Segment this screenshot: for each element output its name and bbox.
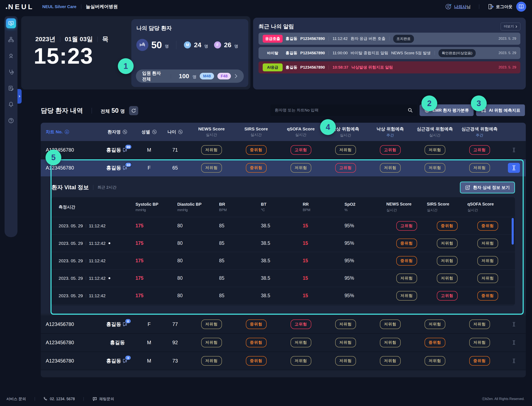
total-unit: 명 — [165, 44, 169, 49]
col-header[interactable]: 나이 — [161, 129, 189, 135]
user-name[interactable]: 나의사 — [454, 4, 467, 9]
risk-pill-mid: 중위험 — [469, 356, 490, 366]
inpatient-female-pill: F48 — [217, 73, 231, 80]
patient-note-icon[interactable]: 10 — [122, 165, 129, 171]
patient-detail-button[interactable]: 환자 상세 정보 보기 — [460, 181, 515, 193]
refresh-button[interactable] — [129, 106, 138, 115]
chevron-right-icon[interactable] — [234, 74, 238, 79]
risk-pill-high: 고위험 — [396, 221, 417, 231]
alert-row[interactable]: 응급호출 홍길동 P1234567890 11:12:42 환자 응급 버튼 호… — [259, 33, 520, 45]
patient-age: 73 — [161, 358, 189, 364]
patient-note-icon[interactable]: 8 — [122, 321, 129, 327]
sort-both-icon[interactable] — [122, 129, 128, 134]
sidebar-item-patients[interactable] — [6, 35, 16, 44]
alert-row[interactable]: 바이탈 홍길동 P1234567890 11:00:00 바이탈 종합지표 알림… — [259, 47, 520, 59]
sort-down-icon[interactable] — [64, 129, 69, 134]
col-header[interactable]: 환자명 — [98, 129, 137, 135]
female-icon: F — [214, 41, 221, 49]
patient-row[interactable]: A123456780 홍길동 99 M 71 저위험중위험고위험저위험고위험저위… — [41, 141, 526, 159]
divider — [171, 74, 171, 78]
sidebar-item-dashboard[interactable] — [6, 18, 16, 28]
sidebar-item-records[interactable] — [6, 83, 16, 93]
risk-pill-low: 저위험 — [201, 338, 222, 347]
expand-row-button[interactable] — [512, 359, 516, 363]
phone-icon — [44, 397, 48, 401]
chat-contact[interactable]: 채팅문의 — [92, 396, 114, 401]
vital-row: 2023. 05. 2911:12:42 175 80 85 38.5 15 9… — [51, 252, 515, 269]
vital-col-header: BRBPM — [219, 202, 261, 212]
sidebar-item-medical[interactable] — [6, 67, 16, 77]
sidebar-item-help[interactable] — [6, 116, 16, 126]
vital-col-header: 측정시간 — [59, 204, 135, 210]
logout-button[interactable]: 로그아웃 — [488, 4, 512, 10]
alerts-more-button[interactable]: 더보기 — [501, 23, 520, 30]
vital-row: 2023. 05. 2911:12:42 175 80 85 38.5 15 9… — [51, 269, 515, 287]
vital-sbp: 175 — [135, 293, 177, 298]
alert-patient-name: 홍길동 — [285, 50, 297, 56]
divider — [35, 397, 35, 401]
vital-rr: 15 — [303, 293, 345, 298]
patient-age: 71 — [161, 147, 189, 153]
col-header: SIRS Score실시간 — [234, 126, 278, 137]
expand-row-button[interactable] — [512, 148, 516, 152]
patient-row[interactable]: A123456780 홍길동 M 92 저위험중위험저위험저위험저위험중위험저위… — [41, 334, 526, 352]
manual-button[interactable] — [516, 2, 526, 12]
vital-bt: 38.5 — [261, 276, 303, 281]
date-row: 2023년 01월 03일 목 — [35, 35, 108, 44]
sidebar-item-counsel[interactable] — [6, 51, 16, 61]
my-patients-title: 나의 담당 환자 — [136, 25, 243, 32]
col-header[interactable]: 성별 — [137, 129, 161, 135]
patient-row[interactable]: A123456780 홍길동 10 F 65 저위험중위험저위험고위험저위험저위… — [41, 159, 526, 176]
col-header: qSOFA Score실시간 — [278, 126, 323, 137]
search-input[interactable] — [275, 108, 408, 113]
inpatient-total-strip[interactable]: 입원 환자 전체 100 명 M48 F48 — [136, 69, 244, 83]
risk-pill-low: 저위험 — [380, 319, 401, 329]
expand-arrow-icon — [18, 95, 21, 98]
expand-row-button[interactable] — [512, 322, 516, 326]
vital-bt: 38.5 — [261, 293, 303, 298]
sort-both-icon[interactable] — [178, 129, 183, 134]
risk-pill-low: 저위험 — [477, 256, 498, 266]
patient-note-icon[interactable]: 3 — [122, 358, 129, 364]
note-count-badge: 3 — [125, 355, 131, 360]
risk-pill-mid: 중위험 — [477, 291, 498, 301]
patient-row[interactable]: A123456780 홍길동 8 F 77 저위험중위험고위험저위험저위험저위험… — [41, 315, 526, 334]
vital-scrollbar[interactable] — [512, 218, 514, 303]
risk-pill-low: 저위험 — [335, 319, 356, 329]
patient-search[interactable] — [270, 104, 417, 116]
search-icon[interactable] — [408, 108, 413, 113]
sidebar-item-alerts[interactable] — [6, 99, 16, 109]
alert-message: 낙상발생 위험지표 알림 — [351, 65, 393, 70]
divider — [389, 36, 390, 41]
risk-pill-low: 저위험 — [396, 274, 417, 283]
table-header-row: 차트 No.환자명성별나이NEWS Score실시간SIRS Score실시간q… — [41, 123, 526, 141]
scrollbar-thumb[interactable] — [512, 218, 514, 245]
risk-pill-low: 저위험 — [425, 163, 445, 173]
risk-pill-low: 저위험 — [437, 274, 458, 283]
patient-age: 92 — [161, 340, 189, 346]
col-header: 심근경색 위험예측실시간 — [412, 126, 457, 138]
vital-dbp: 80 — [177, 240, 219, 246]
risk-pill-low: 저위험 — [335, 338, 356, 347]
hospital-name: 늘실버케어병원 — [86, 4, 118, 10]
logo-dot-icon — [6, 7, 7, 9]
user-menu[interactable]: 나의사님 — [445, 3, 471, 10]
sidebar-item-alerts-icon — [8, 101, 14, 108]
alert-row[interactable]: AI응급 홍길동 P1234567890 10:58:37 낙상발생 위험지표 … — [259, 61, 520, 73]
expand-row-button[interactable] — [512, 340, 516, 345]
vital-col-header: BT°C — [261, 202, 303, 212]
patient-row[interactable]: A123456780 홍길동 3 M 73 저위험중위험저위험저위험저위험저위험… — [41, 352, 526, 370]
col-header: NEWS Score실시간 — [189, 126, 234, 137]
refresh-icon — [131, 108, 136, 113]
sidebar-expand-tab[interactable] — [17, 89, 21, 104]
sidebar-item-dashboard-icon — [8, 20, 14, 26]
collapse-row-button[interactable] — [508, 163, 520, 173]
vital-row: 2023. 05. 2911:12:42 175 80 85 38.5 15 9… — [51, 217, 515, 235]
sort-both-icon[interactable] — [152, 129, 157, 134]
patient-note-icon[interactable]: 99 — [122, 147, 129, 153]
risk-pill-low: 저위험 — [380, 356, 401, 366]
col-header-chart-no[interactable]: 차트 No. — [46, 129, 98, 135]
risk-pill-low: 저위험 — [469, 163, 490, 173]
total-label: 전체 — [101, 108, 110, 114]
risk-pill-mid: 중위험 — [246, 163, 267, 173]
